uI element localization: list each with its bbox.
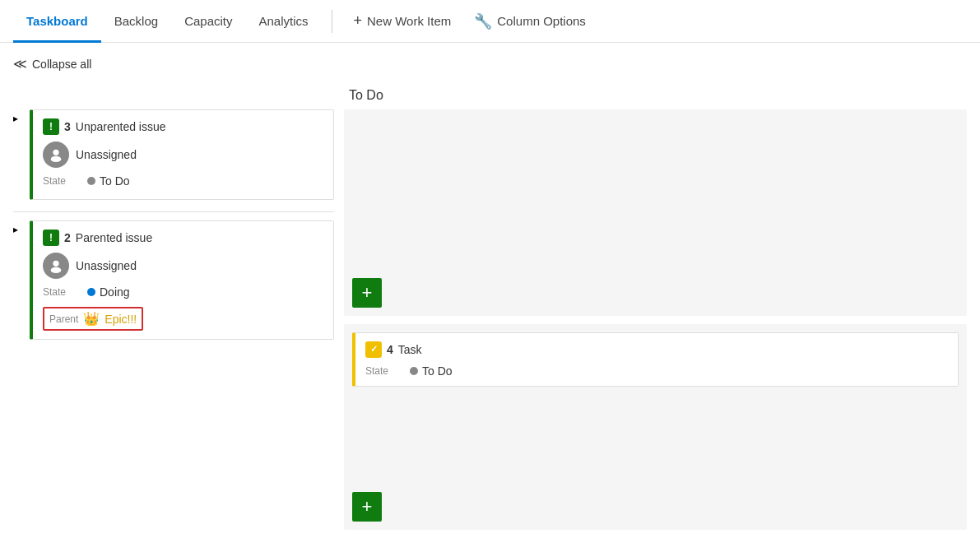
collapse-icon: ≪: [13, 56, 27, 72]
new-work-item-button[interactable]: + New Work Item: [342, 0, 463, 42]
tab-capacity[interactable]: Capacity: [171, 1, 245, 43]
task-title-row: ✓ 4 Task: [365, 341, 948, 358]
collapse-arrow-2[interactable]: ▸: [13, 224, 26, 235]
work-item-card-unparented[interactable]: ! 3 Unparented issue Unassigne: [30, 109, 334, 200]
right-section-1: +: [344, 109, 967, 316]
card-field-row-1: State To Do: [43, 174, 323, 188]
state-indicator-1: To Do: [87, 174, 130, 188]
task-cards-area: ✓ 4 Task State To Do: [352, 332, 959, 393]
column-options-button[interactable]: 🔧 Column Options: [462, 0, 597, 42]
right-column: To Do + ✓ 4 Task Sta: [334, 85, 967, 538]
issue-icon-2: !: [43, 230, 59, 246]
work-item-card-parented[interactable]: ! 2 Parented issue Unassigned: [30, 220, 334, 340]
row-separator: [13, 211, 334, 212]
left-column: ▸ ! 3 Unparented issue: [13, 85, 334, 538]
svg-point-1: [51, 156, 62, 162]
issue-icon-1: !: [43, 118, 59, 135]
state-dot-2: [87, 288, 95, 296]
task-field-row: State To Do: [365, 364, 948, 378]
wrench-icon: 🔧: [474, 12, 492, 30]
card-title-row-2: ! 2 Parented issue: [43, 230, 323, 246]
svg-point-2: [53, 261, 58, 267]
left-card-area-2: ▸ ! 2 Parented issue: [13, 220, 334, 340]
parent-row: Parent 👑 Epic!!!: [43, 307, 143, 331]
state-dot-1: [87, 177, 95, 185]
column-header-todo: To Do: [344, 85, 967, 109]
left-card-area-1: ▸ ! 3 Unparented issue: [13, 109, 334, 200]
add-task-button-1[interactable]: +: [352, 278, 382, 308]
crown-icon: 👑: [83, 311, 100, 327]
collapse-all-button[interactable]: ≪ Collapse all: [13, 53, 91, 75]
toolbar-row: ≪ Collapse all: [13, 53, 967, 75]
avatar-row-2: Unassigned: [43, 253, 323, 279]
group-row-parented: ▸ ! 2 Parented issue: [13, 220, 334, 340]
tab-backlog[interactable]: Backlog: [101, 1, 171, 43]
tab-analytics[interactable]: Analytics: [245, 1, 321, 43]
svg-point-3: [51, 267, 62, 273]
collapse-arrow-1[interactable]: ▸: [13, 113, 26, 124]
main-content: ≪ Collapse all ▸ ! 3 Unparented issue: [0, 43, 980, 538]
group-row-unparented: ▸ ! 3 Unparented issue: [13, 109, 334, 200]
avatar-1: [43, 141, 69, 168]
avatar-row-1: Unassigned: [43, 141, 323, 168]
top-nav: Taskboard Backlog Capacity Analytics + N…: [0, 0, 980, 43]
plus-icon: +: [354, 12, 363, 30]
tab-taskboard[interactable]: Taskboard: [13, 1, 101, 43]
right-section-2: ✓ 4 Task State To Do: [344, 324, 967, 531]
right-bottom-row-2: +: [352, 492, 959, 522]
card-title-row-1: ! 3 Unparented issue: [43, 118, 323, 135]
state-indicator-2: Doing: [87, 285, 130, 299]
task-icon: ✓: [365, 341, 382, 358]
nav-divider: [332, 10, 332, 33]
add-task-button-2[interactable]: +: [352, 492, 382, 522]
board-layout: ▸ ! 3 Unparented issue: [13, 85, 967, 538]
svg-point-0: [53, 150, 58, 155]
avatar-2: [43, 253, 69, 279]
task-state-dot: [410, 367, 418, 375]
task-state-indicator: To Do: [410, 364, 453, 378]
card-field-row-2: State Doing: [43, 285, 323, 299]
task-card-4[interactable]: ✓ 4 Task State To Do: [352, 332, 959, 387]
